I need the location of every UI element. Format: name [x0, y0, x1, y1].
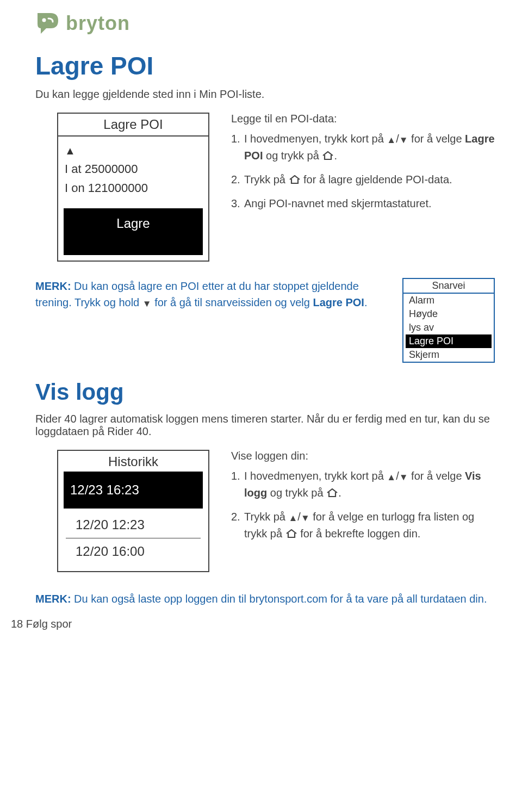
- note-2: MERK: Du kan også laste opp loggen din t…: [35, 591, 495, 607]
- section-heading-1: Lagre POI: [35, 51, 495, 80]
- step-1-3: 3. Angi POI-navnet med skjermtastaturet.: [231, 195, 495, 212]
- steps2-lead: Vise loggen din:: [231, 450, 495, 462]
- steps1-lead: Legge til en POI-data:: [231, 113, 495, 125]
- up-triangle-icon: [387, 131, 396, 147]
- history-row: 12/20 12:23: [66, 512, 201, 538]
- down-triangle-icon: [142, 295, 152, 311]
- snarvei-item: Høyde: [403, 307, 494, 321]
- section-heading-2: Vis logg: [35, 379, 495, 405]
- brand-name: bryton: [66, 12, 130, 35]
- snarvei-item: Skjerm: [403, 348, 494, 362]
- note-1-row: MERK: Du kan også lagre en POI etter at …: [35, 278, 495, 363]
- device-lagre-button: Lagre: [64, 208, 203, 255]
- home-icon: [289, 175, 301, 184]
- steps-2: Vise loggen din: 1. I hovedmenyen, trykk…: [231, 450, 495, 549]
- device-line-lat: I at 25000000: [65, 159, 202, 178]
- section2-row: Historikk 12/23 16:23 12/20 12:23 12/20 …: [35, 450, 495, 572]
- down-triangle-icon: [399, 468, 408, 485]
- intro-text-1: Du kan legge gjeldende sted inn i Min PO…: [35, 88, 495, 101]
- logo-mark-icon: [35, 11, 60, 36]
- down-triangle-icon: [399, 131, 408, 147]
- step-2-2: 2. Trykk på / for å velge en turlogg fra…: [231, 509, 495, 542]
- up-triangle-icon: [289, 509, 298, 525]
- device-title: Lagre POI: [58, 114, 208, 137]
- step-2-1: 1. I hovedmenyen, trykk kort på / for å …: [231, 468, 495, 501]
- intro-text-2: Rider 40 lagrer automatisk loggen mens t…: [35, 413, 495, 438]
- device-screen-lagre-poi: Lagre POI ▲ I at 25000000 I on 121000000…: [57, 113, 209, 262]
- home-icon: [326, 488, 338, 497]
- snarvei-item: lys av: [403, 321, 494, 334]
- step-1-2: 2. Trykk på for å lagre gjeldende POI-da…: [231, 171, 495, 188]
- steps-1: Legge til en POI-data: 1. I hovedmenyen,…: [231, 113, 495, 219]
- page-footer: 18 Følg spor: [11, 618, 495, 630]
- mini-title: Snarvei: [403, 279, 494, 294]
- svg-point-0: [42, 18, 46, 22]
- snarvei-item: Lagre POI: [406, 334, 492, 348]
- section1-row: Lagre POI ▲ I at 25000000 I on 121000000…: [35, 113, 495, 262]
- history-row-selected: 12/23 16:23: [64, 472, 203, 509]
- device-screen-historikk: Historikk 12/23 16:23 12/20 12:23 12/20 …: [57, 450, 209, 572]
- home-icon: [285, 529, 297, 538]
- home-icon: [322, 151, 334, 160]
- step-1-1: 1. I hovedmenyen, trykk kort på / for å …: [231, 131, 495, 164]
- snarvei-item: Alarm: [403, 294, 494, 307]
- device-screen-snarvei: Snarvei AlarmHøydelys avLagre POISkjerm: [402, 278, 495, 363]
- device2-title: Historikk: [58, 451, 208, 472]
- history-row: 12/20 16:00: [66, 538, 201, 565]
- up-arrow-icon: ▲: [65, 142, 202, 159]
- up-triangle-icon: [387, 468, 396, 485]
- device-line-lon: I on 121000000: [65, 178, 202, 197]
- note-1-text: MERK: Du kan også lagre en POI etter at …: [35, 278, 381, 311]
- down-triangle-icon: [301, 509, 310, 525]
- brand-logo: bryton: [35, 11, 495, 36]
- device-body: ▲ I at 25000000 I on 121000000: [58, 137, 208, 203]
